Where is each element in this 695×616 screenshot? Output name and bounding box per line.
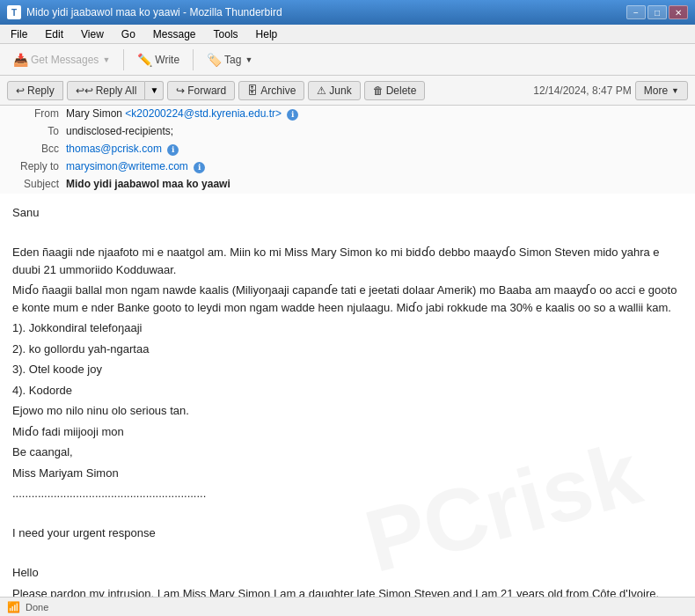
more-dropdown-icon: ▼ bbox=[671, 86, 679, 95]
main-content: From Mary Simon <k20200224@std.kyrenia.e… bbox=[0, 106, 695, 616]
reply-label: Reply bbox=[27, 84, 55, 97]
body-line: Hello bbox=[12, 564, 683, 582]
from-name: Mary Simon bbox=[66, 107, 122, 120]
email-body-wrapper: PCrisk Sanu Eden ñaagii nde njaafoto mi … bbox=[0, 194, 695, 597]
junk-icon: ⚠ bbox=[317, 84, 326, 97]
archive-label: Archive bbox=[260, 84, 296, 97]
forward-button[interactable]: ↪ Forward bbox=[167, 81, 235, 100]
title-bar: T Mido yidi jaabawol maa ko yaawi - Mozi… bbox=[0, 0, 695, 25]
menu-message[interactable]: Message bbox=[146, 26, 203, 42]
toolbar-separator-1 bbox=[123, 49, 124, 70]
reply-to-value: marysimon@writeme.com ℹ bbox=[66, 160, 686, 173]
body-line: 3). Otel koode joy bbox=[12, 361, 683, 378]
subject-row: Subject Mido yidi jaabawol maa ko yaawi bbox=[0, 176, 695, 194]
menu-tools[interactable]: Tools bbox=[207, 26, 245, 42]
reply-all-icon: ↩↩ bbox=[76, 84, 93, 97]
reply-icon: ↩ bbox=[16, 84, 25, 97]
menu-help[interactable]: Help bbox=[249, 26, 285, 42]
restore-button[interactable]: □ bbox=[647, 5, 667, 19]
email-body: PCrisk Sanu Eden ñaagii nde njaafoto mi … bbox=[0, 194, 695, 597]
write-button[interactable]: ✏️ Write bbox=[129, 49, 187, 70]
body-line: Miɗo ñaagii ballal mon ngam nawde kaalis… bbox=[12, 282, 683, 316]
reply-all-label: Reply All bbox=[96, 84, 137, 97]
bcc-value: thomas@pcrisk.com ℹ bbox=[66, 143, 686, 156]
forward-icon: ↪ bbox=[176, 84, 185, 97]
toolbar: 📥 Get Messages ▼ ✏️ Write 🏷️ Tag ▼ bbox=[0, 44, 695, 76]
tag-icon: 🏷️ bbox=[207, 53, 222, 67]
body-line: Miss Mariyam Simon bbox=[12, 465, 683, 482]
junk-label: Junk bbox=[329, 84, 351, 97]
menu-bar: File Edit View Go Message Tools Help bbox=[0, 25, 695, 44]
body-line: Miɗo fadi miijooji mon bbox=[12, 423, 683, 441]
menu-view[interactable]: View bbox=[74, 26, 111, 42]
verified-icon[interactable]: ℹ bbox=[287, 109, 298, 121]
bcc-label: Bcc bbox=[9, 143, 66, 155]
close-button[interactable]: ✕ bbox=[669, 5, 688, 19]
to-label: To bbox=[9, 125, 66, 137]
subject-label: Subject bbox=[9, 178, 66, 190]
reply-to-row: Reply to marysimon@writeme.com ℹ bbox=[0, 158, 695, 176]
delete-label: Delete bbox=[386, 84, 417, 97]
reply-to-verified-icon[interactable]: ℹ bbox=[194, 162, 205, 173]
delete-button[interactable]: 🗑 Delete bbox=[364, 81, 426, 100]
reply-group: ↩ Reply bbox=[7, 81, 63, 100]
wifi-icon: 📶 bbox=[7, 601, 20, 613]
reply-all-group: ↩↩ Reply All ▼ bbox=[67, 81, 165, 100]
reply-to-email[interactable]: marysimon@writeme.com bbox=[66, 160, 188, 172]
body-line bbox=[12, 225, 683, 243]
minimize-button[interactable]: − bbox=[626, 5, 646, 19]
body-line: ........................................… bbox=[12, 485, 683, 502]
menu-edit[interactable]: Edit bbox=[38, 26, 70, 42]
bcc-verified-icon[interactable]: ℹ bbox=[167, 144, 179, 156]
email-headers: From Mary Simon <k20200224@std.kyrenia.e… bbox=[0, 106, 695, 194]
body-line: 1). Jokkondiral telefoŋaaji bbox=[12, 319, 683, 337]
menu-go[interactable]: Go bbox=[114, 26, 143, 42]
to-value: undisclosed-recipients; bbox=[66, 125, 686, 137]
bcc-row: Bcc thomas@pcrisk.com ℹ bbox=[0, 141, 695, 158]
email-body-content: Sanu Eden ñaagii nde njaafoto mi e naatg… bbox=[12, 204, 683, 597]
status-text: Done bbox=[26, 602, 48, 612]
reply-all-button[interactable]: ↩↩ Reply All bbox=[67, 81, 146, 100]
email-timestamp: 12/14/2024, 8:47 PM bbox=[533, 84, 631, 97]
status-bar: 📶 Done bbox=[0, 597, 695, 616]
app-icon: T bbox=[7, 5, 21, 19]
reply-to-label: Reply to bbox=[9, 160, 66, 172]
forward-label: Forward bbox=[187, 84, 226, 97]
title-bar-left: T Mido yidi jaabawol maa ko yaawi - Mozi… bbox=[7, 5, 282, 19]
body-line: 4). Kodorde bbox=[12, 382, 683, 400]
from-value: Mary Simon <k20200224@std.kyrenia.edu.tr… bbox=[66, 107, 686, 121]
reply-button[interactable]: ↩ Reply bbox=[7, 81, 63, 100]
action-bar: ↩ Reply ↩↩ Reply All ▼ ↪ Forward 🗄 Archi… bbox=[0, 76, 695, 106]
body-line: I need your urgent response bbox=[12, 524, 683, 542]
body-line: Be caangal, bbox=[12, 444, 683, 461]
title-bar-controls[interactable]: − □ ✕ bbox=[626, 5, 688, 19]
archive-icon: 🗄 bbox=[247, 84, 258, 97]
more-button[interactable]: More ▼ bbox=[635, 81, 688, 100]
body-line: Eden ñaagii nde njaafoto mi e naatgol am… bbox=[12, 244, 683, 278]
get-messages-icon: 📥 bbox=[13, 53, 28, 67]
get-messages-label: Get Messages bbox=[31, 54, 99, 66]
body-line: 2). ko gollordu yah-ngartaa bbox=[12, 341, 683, 358]
more-label: More bbox=[644, 84, 668, 97]
archive-button[interactable]: 🗄 Archive bbox=[238, 81, 304, 100]
from-email[interactable]: <k20200224@std.kyrenia.edu.tr> bbox=[125, 107, 282, 120]
tag-dropdown-icon[interactable]: ▼ bbox=[245, 55, 252, 64]
get-messages-dropdown-icon[interactable]: ▼ bbox=[102, 55, 110, 64]
tag-button[interactable]: 🏷️ Tag ▼ bbox=[199, 49, 260, 70]
body-line: Please pardon my intrusion. I am Miss Ma… bbox=[12, 585, 683, 598]
menu-file[interactable]: File bbox=[4, 26, 34, 42]
subject-value: Mido yidi jaabawol maa ko yaawi bbox=[66, 178, 686, 190]
reply-all-dropdown-button[interactable]: ▼ bbox=[145, 81, 164, 100]
get-messages-button[interactable]: 📥 Get Messages ▼ bbox=[5, 49, 118, 70]
toolbar-separator-2 bbox=[193, 49, 194, 70]
write-icon: ✏️ bbox=[137, 53, 152, 67]
body-line: Ejowo mo nilo ninu olo serious tan. bbox=[12, 402, 683, 420]
window-title: Mido yidi jaabawol maa ko yaawi - Mozill… bbox=[26, 6, 282, 18]
junk-button[interactable]: ⚠ Junk bbox=[308, 81, 360, 100]
bcc-email[interactable]: thomas@pcrisk.com bbox=[66, 143, 162, 155]
from-row: From Mary Simon <k20200224@std.kyrenia.e… bbox=[0, 106, 695, 123]
body-line bbox=[12, 546, 683, 563]
from-label: From bbox=[9, 107, 66, 120]
tag-label: Tag bbox=[224, 54, 241, 66]
body-line: Sanu bbox=[12, 204, 683, 222]
